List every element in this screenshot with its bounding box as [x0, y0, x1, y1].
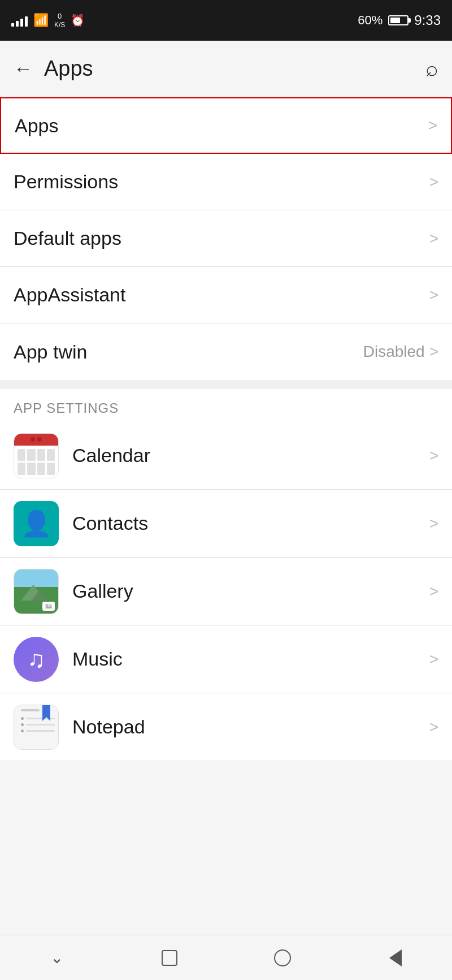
calendar-label: Calendar — [72, 444, 150, 467]
page-title: Apps — [44, 57, 93, 81]
nav-recent-button[interactable] — [266, 941, 299, 975]
down-arrow-icon: ⌄ — [50, 948, 63, 967]
menu-item-default-apps-content: Default apps — [14, 227, 429, 249]
music-app-icon: ♫ — [14, 637, 59, 682]
menu-item-apps-label: Apps — [15, 115, 59, 137]
circle-icon — [274, 949, 291, 966]
chevron-right-icon: > — [429, 447, 438, 465]
back-triangle-icon — [389, 949, 402, 966]
svg-point-3 — [46, 604, 48, 606]
nav-home-button[interactable] — [153, 941, 186, 975]
back-button[interactable]: ← — [14, 58, 33, 80]
app-item-calendar-left: Calendar — [14, 433, 150, 478]
app-twin-status: Disabled — [363, 343, 425, 361]
app-item-notepad-left: Notepad — [14, 705, 145, 750]
status-left: 📶 0 K/S ⏰ — [11, 12, 85, 29]
app-item-music[interactable]: ♫ Music > — [0, 625, 452, 693]
notepad-app-icon — [14, 705, 59, 750]
menu-list: Apps > Permissions > Default apps > AppA… — [0, 97, 452, 380]
music-note-icon: ♫ — [27, 646, 45, 673]
menu-item-app-twin-content: App twin — [14, 341, 363, 363]
status-bar: 📶 0 K/S ⏰ 60% 9:33 — [0, 0, 452, 41]
app-item-gallery[interactable]: Gallery > — [0, 558, 452, 625]
menu-item-permissions-label: Permissions — [14, 171, 118, 193]
menu-item-default-apps[interactable]: Default apps > — [0, 210, 452, 267]
status-right: 60% 9:33 — [358, 12, 441, 28]
menu-item-apps-right: > — [428, 116, 437, 135]
app-item-contacts[interactable]: 👤 Contacts > — [0, 490, 452, 558]
signal-bars-icon — [11, 14, 28, 27]
menu-item-apps-content: Apps — [15, 115, 428, 137]
header-left: ← Apps — [14, 57, 93, 81]
app-item-gallery-left: Gallery — [14, 569, 133, 614]
gallery-app-icon — [14, 569, 59, 614]
contacts-app-icon: 👤 — [14, 501, 59, 546]
menu-item-app-assistant-label: AppAssistant — [14, 284, 125, 306]
calendar-app-icon — [14, 433, 59, 478]
app-item-notepad[interactable]: Notepad > — [0, 693, 452, 761]
search-icon[interactable]: ⌕ — [425, 57, 438, 81]
gallery-label: Gallery — [72, 580, 133, 602]
square-icon — [162, 950, 177, 966]
menu-item-app-twin[interactable]: App twin Disabled > — [0, 323, 452, 380]
menu-item-default-apps-label: Default apps — [14, 227, 121, 249]
menu-item-app-assistant[interactable]: AppAssistant > — [0, 267, 452, 323]
app-item-music-left: ♫ Music — [14, 637, 123, 682]
chevron-right-icon: > — [429, 582, 438, 601]
menu-item-permissions-content: Permissions — [14, 171, 429, 193]
menu-item-permissions-right: > — [429, 173, 438, 191]
contacts-person-icon: 👤 — [21, 509, 52, 538]
chevron-right-icon: > — [429, 718, 438, 736]
notepad-label: Notepad — [72, 716, 145, 738]
wifi-icon: 📶 — [33, 13, 49, 28]
chevron-right-icon: > — [429, 343, 438, 361]
app-item-calendar[interactable]: Calendar > — [0, 422, 452, 490]
contacts-label: Contacts — [72, 512, 148, 534]
section-divider — [0, 380, 452, 389]
menu-item-apps[interactable]: Apps > — [0, 97, 452, 154]
alarm-icon: ⏰ — [71, 14, 85, 27]
menu-item-permissions[interactable]: Permissions > — [0, 154, 452, 210]
chevron-right-icon: > — [429, 286, 438, 304]
menu-item-app-twin-label: App twin — [14, 341, 87, 363]
menu-item-app-twin-right: Disabled > — [363, 343, 438, 361]
page-header: ← Apps ⌕ — [0, 41, 452, 97]
app-settings-header: APP SETTINGS — [0, 389, 452, 422]
app-settings-section: APP SETTINGS — [0, 389, 452, 761]
chevron-right-icon: > — [428, 116, 437, 135]
menu-item-app-assistant-right: > — [429, 286, 438, 304]
data-speed: 0 K/S — [54, 12, 65, 29]
menu-item-app-assistant-content: AppAssistant — [14, 284, 429, 306]
nav-down-button[interactable]: ⌄ — [40, 941, 73, 975]
chevron-right-icon: > — [429, 230, 438, 248]
app-item-contacts-left: 👤 Contacts — [14, 501, 148, 546]
chevron-right-icon: > — [429, 650, 438, 668]
chevron-right-icon: > — [429, 515, 438, 533]
battery-percent: 60% — [358, 13, 383, 28]
clock: 9:33 — [414, 12, 441, 28]
chevron-right-icon: > — [429, 173, 438, 191]
music-label: Music — [72, 648, 123, 670]
menu-item-default-apps-right: > — [429, 230, 438, 248]
bottom-navigation: ⌄ — [0, 935, 452, 980]
gallery-overlay-icon — [44, 603, 53, 610]
nav-back-button[interactable] — [379, 941, 412, 975]
battery-icon — [388, 15, 408, 25]
